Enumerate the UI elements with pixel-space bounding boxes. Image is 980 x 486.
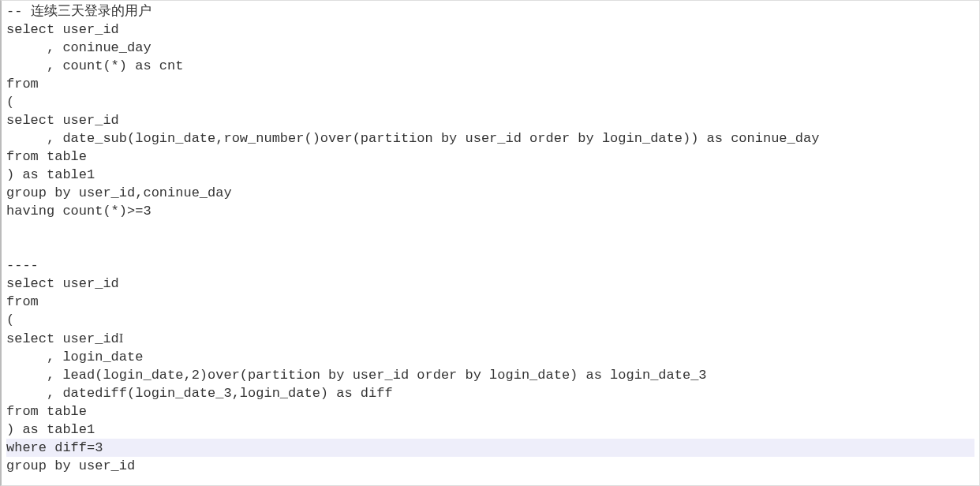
code-line[interactable]: , count(*) as cnt [6,57,974,75]
code-line[interactable]: -- 连续三天登录的用户 [6,2,974,21]
code-editor[interactable]: -- 连续三天登录的用户select user_id , coninue_day… [2,1,979,477]
code-line[interactable]: from table [6,148,974,166]
code-line[interactable]: select user_id [6,21,974,39]
code-line[interactable]: having count(*)>=3 [6,202,974,220]
code-line[interactable]: , lead(login_date,2)over(partition by us… [6,366,974,384]
code-line[interactable]: select user_idI [6,329,974,348]
code-line[interactable]: ---- [6,256,974,275]
code-line[interactable]: from [6,293,974,311]
text-cursor: I [119,331,124,346]
code-line[interactable]: ) as table1 [6,421,974,439]
code-line[interactable]: , login_date [6,348,974,366]
code-line[interactable] [6,220,974,238]
code-line[interactable]: where diff=3 [6,439,974,457]
code-line[interactable] [6,238,974,256]
code-line[interactable]: select user_id [6,275,974,293]
code-line[interactable]: , date_sub(login_date,row_number()over(p… [6,129,974,148]
code-line[interactable]: , coninue_day [6,39,974,57]
code-line[interactable]: ( [6,93,974,111]
code-line[interactable]: select user_id [6,111,974,129]
code-line[interactable]: , datediff(login_date_3,login_date) as d… [6,384,974,402]
code-line[interactable]: ( [6,311,974,329]
code-line[interactable]: from [6,75,974,93]
code-line[interactable]: ) as table1 [6,166,974,184]
code-line[interactable]: group by user_id [6,457,974,475]
code-line[interactable]: group by user_id,coninue_day [6,184,974,202]
code-line[interactable]: from table [6,402,974,421]
